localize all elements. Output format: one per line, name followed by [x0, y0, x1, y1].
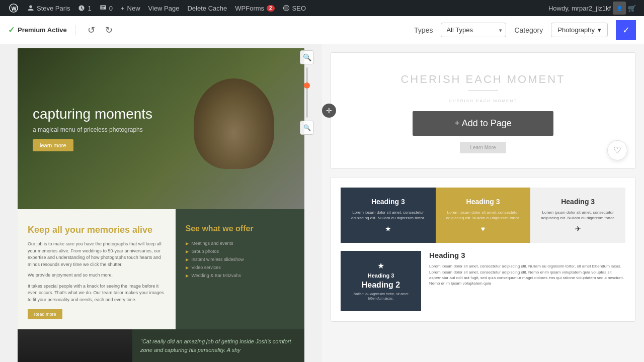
hcard-text-2: Lorem ipsum dolor sit amet, consectetur …: [443, 210, 524, 221]
types-select-wrapper[interactable]: All Types: [441, 23, 506, 37]
quote-text: "Cat really did an amazing job of gettin…: [140, 337, 296, 354]
comments-item[interactable]: 0: [96, 0, 117, 16]
view-page-label: View Page: [148, 5, 180, 12]
delete-cache-item[interactable]: Delete Cache: [183, 0, 231, 16]
photography-filter-button[interactable]: Photography ▾: [551, 23, 608, 37]
hcard-text-1: Lorem ipsum dolor sit amet, consectetur …: [348, 210, 429, 221]
menu-items: ▶Meetings and events ▶Group photos ▶Inst…: [186, 239, 295, 280]
template-sub-title: CHERISH EACH MOMENT: [341, 99, 625, 103]
heading-cards-row: Heading 3 Lorem ipsum dolor sit amet, co…: [341, 188, 625, 243]
revisions-item[interactable]: 1: [74, 0, 95, 16]
info-right-title: See what we offer: [186, 224, 295, 233]
hero-title: capturing moments: [33, 106, 152, 122]
cart-icon[interactable]: 🛒: [628, 5, 636, 12]
list-item: ▶Wedding & Bar Mitzvahs: [186, 272, 295, 280]
site-name-label: Steve Paris: [37, 5, 70, 12]
bottom-left-image: [18, 329, 132, 362]
wp-logo[interactable]: W: [4, 0, 23, 16]
info-p3: It takes special people with a knack for…: [28, 283, 166, 304]
category-label: Category: [514, 26, 543, 34]
info-p2: We provide enjoyment and so much more.: [28, 272, 166, 279]
types-select[interactable]: All Types: [441, 23, 506, 37]
revisions-count: 1: [88, 5, 91, 12]
template-card-1: CHERISH EACH MOMENT CHERISH EACH MOMENT …: [330, 52, 636, 169]
template-card-1-container: ✛ CHERISH EACH MOMENT CHERISH EACH MOMEN…: [330, 52, 636, 169]
template-card-2: Heading 3 Lorem ipsum dolor sit amet, co…: [330, 177, 636, 322]
heading-card-dark: Heading 3 Lorem ipsum dolor sit amet, co…: [341, 188, 436, 243]
hcard-bottom-right: Heading 3 Lorem ipsum dolor sit amet, co…: [429, 251, 625, 286]
hcard-bottom-h3: Heading 3: [348, 273, 414, 279]
zoom-in-button[interactable]: 🔍: [300, 50, 314, 64]
seo-item[interactable]: SEO: [279, 0, 310, 16]
wpforms-badge: 2: [267, 5, 275, 12]
view-page-item[interactable]: View Page: [144, 0, 184, 16]
types-label: Types: [414, 26, 433, 34]
history-buttons: ↺ ↻: [84, 23, 117, 38]
read-more-button[interactable]: Read more: [28, 309, 62, 319]
learn-more-button[interactable]: Learn More: [460, 142, 506, 153]
chevron-down-icon: ▾: [598, 26, 601, 34]
photography-label: Photography: [557, 26, 595, 34]
squirrel-image: [194, 78, 274, 169]
wpforms-item[interactable]: WPForms 2: [231, 0, 278, 16]
zoom-out-icon: 🔍: [303, 124, 311, 131]
avatar: 👤: [613, 2, 626, 15]
divider: [468, 90, 498, 90]
hero-text: capturing moments a magical menu of pric…: [18, 96, 168, 161]
info-left: Keep all your memories alive Our job is …: [18, 209, 176, 329]
main-layout: 🔍 🔍 capturing moments a magical menu of …: [0, 44, 644, 362]
template-panel[interactable]: ✛ CHERISH EACH MOMENT CHERISH EACH MOMEN…: [322, 44, 644, 362]
info-p1: Our job is to make sure you have the pho…: [28, 241, 166, 268]
bottom-section: "Cat really did an amazing job of gettin…: [18, 329, 304, 362]
drag-handle[interactable]: ✛: [322, 104, 336, 118]
bottom-right-quote: "Cat really did an amazing job of gettin…: [132, 329, 304, 362]
hero-section: capturing moments a magical menu of pric…: [18, 48, 304, 209]
wpforms-label: WPForms: [235, 5, 264, 12]
editor-topbar: ✓ Premium Active ↺ ↻ Types All Types Cat…: [0, 16, 644, 44]
heading-card-light: Heading 3 Lorem ipsum dolor sit amet, co…: [530, 188, 625, 243]
comments-count: 0: [109, 5, 113, 12]
hcard-title-3: Heading 3: [537, 198, 618, 206]
info-right: See what we offer ▶Meetings and events ▶…: [176, 209, 305, 329]
hero-cta-button[interactable]: learn more: [33, 139, 73, 151]
hcard-title-1: Heading 3: [348, 198, 429, 206]
list-item: ▶Video services: [186, 263, 295, 272]
favorite-button[interactable]: ♡: [607, 140, 627, 160]
hcard-bottom-h2: Heading 2: [348, 281, 414, 290]
howdy-label: Howdy, mrpar2_jlz1kf: [548, 5, 611, 12]
heading-cards-bottom: ★ Heading 3 Heading 2 Nullam eu dignissi…: [341, 251, 625, 311]
howdy-section[interactable]: Howdy, mrpar2_jlz1kf 👤 🛒: [548, 2, 640, 15]
hero-subtitle: a magical menu of priceless photographs: [33, 126, 152, 133]
zoom-slider[interactable]: [300, 67, 314, 118]
zoom-in-icon: 🔍: [303, 53, 311, 61]
admin-bar: W Steve Paris 1 0 + New View Page Delete…: [0, 0, 644, 16]
new-item[interactable]: + New: [117, 0, 144, 16]
info-heading: Keep all your memories alive: [28, 224, 166, 236]
delete-cache-label: Delete Cache: [187, 5, 227, 12]
star-icon: ★: [348, 225, 429, 233]
list-item: ▶Meetings and events: [186, 239, 295, 247]
list-item: ▶Instant wireless slideshow: [186, 255, 295, 263]
preview-content: capturing moments a magical menu of pric…: [18, 48, 304, 362]
hcard-bottom-text: Nullam eu dignissim tortor, sit amet bib…: [348, 292, 414, 301]
seo-label: SEO: [292, 5, 306, 12]
add-to-page-button[interactable]: + Add to Page: [413, 111, 553, 136]
heart-icon: ♥: [443, 225, 524, 233]
editor-panel: 🔍 🔍 capturing moments a magical menu of …: [0, 44, 322, 362]
template-main-title: CHERISH EACH MOMENT: [341, 73, 625, 86]
confirm-button[interactable]: ✓: [616, 20, 636, 40]
undo-button[interactable]: ↺: [84, 23, 99, 38]
template-cards-section: Heading 3 Lorem ipsum dolor sit amet, co…: [331, 177, 635, 321]
hcard-right-title: Heading 3: [429, 251, 625, 259]
hcard-right-text: Lorem ipsum dolor sit amet, consectetur …: [429, 263, 625, 286]
star-icon-bottom: ★: [348, 261, 414, 270]
check-icon: ✓: [8, 25, 15, 35]
premium-label: Premium Active: [18, 26, 67, 34]
svg-text:W: W: [12, 6, 17, 12]
template-hero-preview: CHERISH EACH MOMENT CHERISH EACH MOMENT …: [331, 53, 635, 168]
info-section: Keep all your memories alive Our job is …: [18, 209, 304, 329]
zoom-out-button[interactable]: 🔍: [300, 121, 314, 135]
premium-badge: ✓ Premium Active: [8, 25, 75, 35]
redo-button[interactable]: ↻: [101, 23, 117, 38]
site-name[interactable]: Steve Paris: [23, 0, 74, 16]
